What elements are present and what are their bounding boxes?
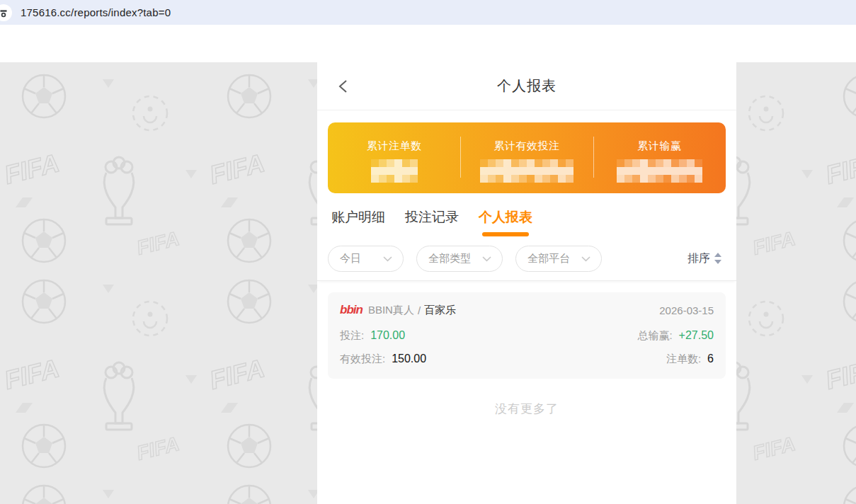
sort-arrows-icon [714, 253, 721, 265]
stat-label: 累计注单数 [367, 139, 422, 153]
page-title: 个人报表 [497, 76, 557, 96]
valid-bet-value: 150.00 [392, 353, 426, 365]
bet-count-value: 6 [707, 353, 714, 365]
record-stats: 投注: 170.00 总输赢: +27.50 有效投注: 150.00 注单数:… [340, 329, 714, 366]
stat-label: 累计输赢 [637, 139, 681, 153]
bet-count-cell: 注单数: 6 [637, 353, 714, 366]
stat-total-winloss: 累计输赢 [593, 122, 726, 193]
winloss-label: 总输赢: [637, 329, 672, 343]
report-tabs: 账户明细 投注记录 个人报表 [317, 193, 736, 236]
chevron-down-icon [581, 256, 590, 262]
sort-control[interactable]: 排序 [687, 251, 726, 266]
bet-count-label: 注单数: [666, 353, 701, 366]
stat-total-bets: 累计注单数 [328, 122, 460, 193]
filter-date-dropdown[interactable]: 今日 [328, 246, 404, 272]
winloss-cell: 总输赢: +27.50 [637, 329, 714, 343]
chevron-left-icon [336, 79, 352, 94]
censored-value [371, 159, 418, 183]
no-more-text: 没有更多了 [317, 401, 736, 417]
filter-platform-dropdown[interactable]: 全部平台 [515, 246, 602, 272]
chevron-down-icon [482, 256, 491, 262]
stat-total-valid-bets: 累计有效投注 [460, 122, 593, 193]
chevron-down-icon [383, 256, 392, 262]
record-date: 2026-03-15 [659, 304, 714, 316]
browser-url-bar[interactable]: 175616.cc/reports/index?tab=0 [0, 0, 856, 25]
report-record-card[interactable]: bbin BBIN真人 / 百家乐 2026-03-15 投注: 170.00 … [328, 292, 726, 379]
bet-value: 170.00 [370, 329, 405, 342]
censored-value [617, 159, 702, 183]
page-header: 个人报表 [317, 62, 736, 110]
filter-bar: 今日 全部类型 全部平台 排序 [317, 236, 736, 281]
sort-label: 排序 [687, 251, 710, 266]
tab-personal-report[interactable]: 个人报表 [479, 208, 532, 236]
stat-label: 累计有效投注 [493, 139, 559, 153]
bbin-logo: bbin [340, 303, 363, 317]
provider-name: BBIN真人 [368, 304, 414, 317]
content-column: 个人报表 累计注单数 累计有效投注 累计输赢 账户明细 投注记录 个人报表 [317, 62, 736, 504]
game-name: 百家乐 [424, 304, 456, 317]
bet-label: 投注: [340, 329, 364, 343]
filter-type-dropdown[interactable]: 全部类型 [416, 246, 503, 272]
filter-label: 今日 [340, 252, 361, 265]
record-header: bbin BBIN真人 / 百家乐 2026-03-15 [340, 303, 714, 317]
bet-cell: 投注: 170.00 [340, 329, 637, 343]
summary-stats-card: 累计注单数 累计有效投注 累计输赢 [328, 122, 726, 193]
browser-toolbar-strip [0, 25, 856, 62]
tab-bet-records[interactable]: 投注记录 [405, 208, 459, 236]
winloss-value: +27.50 [679, 329, 714, 342]
filter-label: 全部平台 [527, 252, 570, 265]
valid-bet-label: 有效投注: [340, 353, 385, 366]
filter-label: 全部类型 [428, 252, 471, 265]
site-favicon-icon [0, 4, 12, 21]
address-url[interactable]: 175616.cc/reports/index?tab=0 [21, 6, 171, 18]
page-background: FIFA FIFA 个人报表 累计注单数 [0, 62, 856, 504]
back-button[interactable] [336, 78, 353, 95]
valid-bet-cell: 有效投注: 150.00 [340, 353, 637, 366]
separator: / [418, 304, 421, 316]
tab-account-details[interactable]: 账户明细 [331, 208, 385, 236]
censored-value [480, 159, 573, 183]
